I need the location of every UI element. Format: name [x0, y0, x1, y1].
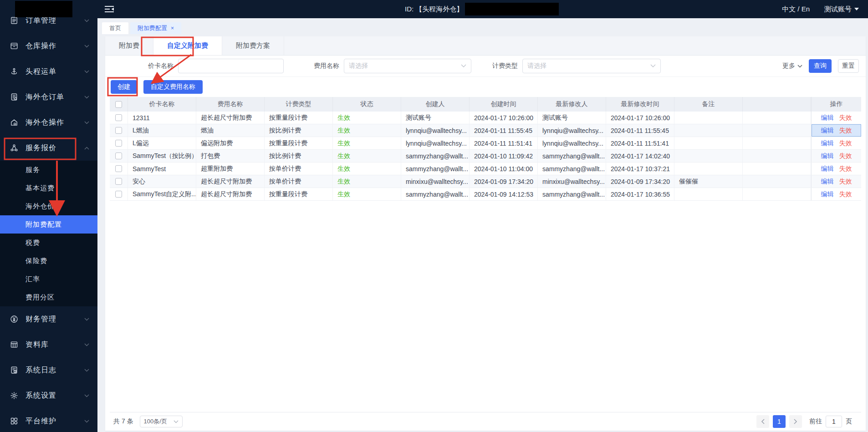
cell-price_card: L偏远 [128, 137, 196, 149]
chevron-down-icon [84, 121, 89, 124]
edit-link[interactable]: 编辑 [821, 178, 834, 186]
cell-creator: sammyzhang@wallt... [401, 163, 470, 175]
disable-link[interactable]: 失效 [839, 165, 852, 173]
data-table: 价卡名称费用名称计费类型状态创建人创建时间最新修改人最新修改时间备注操作 123… [110, 97, 861, 412]
more-filters-toggle[interactable]: 更多 [782, 62, 802, 70]
sub-tabs: 附加费自定义附加费附加费方案 [105, 36, 866, 56]
billing-type-select[interactable]: 请选择 [522, 59, 661, 73]
sub-tab-附加费方案[interactable]: 附加费方案 [222, 36, 284, 55]
sidebar-item-服务报价[interactable]: 服务报价 [0, 135, 97, 161]
sidebar-subitem-费用分区[interactable]: 费用分区 [0, 288, 97, 306]
chevron-down-icon [84, 70, 89, 73]
cell-modifier: sammyzhang@wallt... [538, 150, 606, 162]
search-button[interactable]: 查询 [809, 59, 832, 73]
row-checkbox[interactable] [115, 114, 122, 121]
cell-fee_name: 偏远附加费 [196, 137, 265, 149]
system-settings-icon [10, 391, 18, 400]
sidebar-item-平台维护[interactable]: 平台维护 [0, 408, 97, 432]
disable-link[interactable]: 失效 [839, 190, 852, 198]
sidebar-subitem-税费[interactable]: 税费 [0, 234, 97, 252]
cell-spacer [743, 150, 811, 162]
cell-spacer [743, 163, 811, 175]
row-checkbox[interactable] [115, 127, 122, 134]
content-card: 附加费自定义附加费附加费方案 价卡名称 费用名称 请选择 计费类型 请选择 更多… [105, 36, 866, 431]
disable-link[interactable]: 失效 [839, 178, 852, 186]
edit-link[interactable]: 编辑 [821, 127, 834, 135]
sidebar-subitem-服务[interactable]: 服务 [0, 161, 97, 179]
cell-status: 生效 [333, 150, 401, 162]
sidebar-subitem-附加费配置[interactable]: 附加费配置 [0, 215, 97, 234]
edit-link[interactable]: 编辑 [821, 190, 834, 198]
sidebar-item-系统设置[interactable]: 系统设置 [0, 383, 97, 408]
sub-tab-附加费[interactable]: 附加费 [105, 36, 153, 55]
select-all-cell [110, 97, 128, 112]
row-checkbox[interactable] [115, 191, 122, 198]
goto-page-input[interactable] [826, 416, 842, 427]
column-header-最新修改人: 最新修改人 [538, 97, 606, 112]
price-card-name-input[interactable] [178, 59, 284, 73]
disable-link[interactable]: 失效 [839, 139, 852, 147]
create-button[interactable]: 创建 [111, 80, 137, 94]
sidebar-subitem-汇率[interactable]: 汇率 [0, 270, 97, 288]
page-size-select[interactable]: 100条/页 [140, 416, 183, 427]
prev-page-button[interactable] [756, 415, 769, 428]
disable-link[interactable]: 失效 [839, 114, 852, 122]
workspace: 首页附加费配置× 附加费自定义附加费附加费方案 价卡名称 费用名称 请选择 计费… [97, 18, 868, 432]
page-tabs: 首页附加费配置× [102, 22, 866, 34]
chevron-down-icon [84, 96, 89, 99]
edit-link[interactable]: 编辑 [821, 114, 834, 122]
edit-link[interactable]: 编辑 [821, 139, 834, 147]
tenant-id-text: ID: 【头程海外仓】 [405, 5, 463, 14]
sidebar-subitem-保险费[interactable]: 保险费 [0, 252, 97, 270]
account-dropdown[interactable]: 测试账号 [824, 5, 859, 14]
sidebar-item-资料库[interactable]: 资料库 [0, 332, 97, 357]
next-page-button[interactable] [789, 415, 802, 428]
sidebar-item-label: 海外仓操作 [26, 118, 84, 127]
pagination-bar: 共 7 条 100条/页 1 前往 页 [105, 412, 866, 431]
sub-tab-自定义附加费[interactable]: 自定义附加费 [153, 36, 222, 55]
sidebar-item-仓库操作[interactable]: 仓库操作 [0, 33, 97, 59]
id-redaction-box [465, 3, 559, 15]
reset-button[interactable]: 重置 [838, 59, 859, 73]
custom-fee-name-button[interactable]: 自定义费用名称 [143, 80, 203, 94]
cell-billing_type: 按单价计费 [265, 175, 333, 188]
sidebar: 订单管理 仓库操作 头程运单 海外仓订单 海外仓操作 服务报价 服务基本运费海外… [0, 0, 97, 432]
sidebar-item-头程运单[interactable]: 头程运单 [0, 59, 97, 84]
edit-link[interactable]: 编辑 [821, 152, 834, 160]
cell-remark [674, 188, 743, 200]
chevron-up-icon [84, 147, 89, 150]
sidebar-subitem-基本运费[interactable]: 基本运费 [0, 179, 97, 197]
page-number-button[interactable]: 1 [773, 415, 786, 428]
sidebar-item-财务管理[interactable]: 财务管理 [0, 306, 97, 332]
sidebar-item-label: 头程运单 [26, 67, 84, 76]
cell-spacer [743, 112, 811, 124]
disable-link[interactable]: 失效 [839, 127, 852, 135]
column-header-费用名称: 费用名称 [196, 97, 265, 112]
cell-modifier: minxixu@walltechsy... [538, 175, 606, 188]
row-checkbox[interactable] [115, 140, 122, 147]
disable-link[interactable]: 失效 [839, 152, 852, 160]
cell-remark [674, 163, 743, 175]
language-switch[interactable]: 中文 / En [782, 5, 810, 14]
sidebar-item-海外仓订单[interactable]: 海外仓订单 [0, 84, 97, 110]
cell-fee_name: 超长超尺寸附加费 [196, 188, 265, 200]
page-tab-附加费配置[interactable]: 附加费配置× [130, 22, 181, 34]
table-row: SammyTest超重附加费按单价计费生效sammyzhang@wallt...… [110, 163, 861, 175]
page-tab-首页[interactable]: 首页 [102, 22, 128, 34]
tab-close-icon[interactable]: × [171, 25, 174, 31]
cell-modify_time: 2024-01-17 10:37:21 [606, 163, 674, 175]
sidebar-collapse-icon[interactable] [104, 5, 114, 13]
sidebar-subitem-海外仓价卡[interactable]: 海外仓价卡 [0, 197, 97, 215]
select-all-checkbox[interactable] [115, 101, 122, 108]
row-checkbox[interactable] [115, 165, 122, 172]
edit-link[interactable]: 编辑 [821, 165, 834, 173]
fee-name-select[interactable]: 请选择 [344, 59, 471, 73]
row-checkbox[interactable] [115, 152, 122, 159]
row-checkbox-cell [110, 163, 128, 175]
sidebar-item-系统日志[interactable]: 系统日志 [0, 357, 97, 383]
row-checkbox[interactable] [115, 178, 122, 185]
cell-status: 生效 [333, 112, 401, 124]
sidebar-item-label: 仓库操作 [26, 41, 84, 51]
sidebar-item-海外仓操作[interactable]: 海外仓操作 [0, 110, 97, 135]
page-size-value: 100条/页 [144, 417, 167, 426]
